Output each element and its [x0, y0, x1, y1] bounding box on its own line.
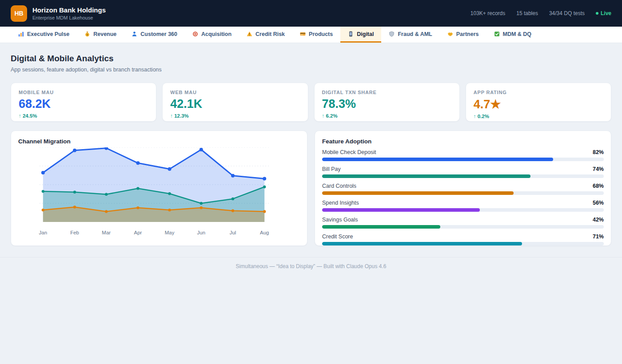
app-header: HB Horizon Bank Holdings Enterprise MDM …	[0, 0, 622, 27]
up-arrow-icon: ↑	[322, 113, 326, 119]
orange-series-point	[105, 210, 108, 213]
tab-customer-360[interactable]: Customer 360	[124, 27, 185, 43]
live-dot-icon	[596, 12, 598, 15]
tab-revenue[interactable]: $Revenue	[77, 27, 124, 43]
feature-row-card-controls: Card Controls68%	[322, 183, 604, 195]
feature-row-bill-pay: Bill Pay74%	[322, 166, 604, 178]
feature-bar-track	[322, 225, 604, 229]
feature-bar-fill	[322, 242, 522, 245]
tab-credit-risk[interactable]: Credit Risk	[239, 27, 292, 43]
page-title: Digital & Mobile Analytics	[11, 54, 611, 63]
tab-mdm-dq[interactable]: MDM & DQ	[486, 27, 539, 43]
tab-products[interactable]: Products	[292, 27, 340, 43]
feature-row-mobile-check-deposit: Mobile Check Deposit82%	[322, 149, 604, 161]
orange-series-point	[73, 206, 76, 208]
feature-row-spend-insights: Spend Insights56%	[322, 200, 604, 212]
warning-icon	[247, 31, 252, 37]
kpi-card-web-mau: WEB MAU42.1K↑ 12.3%	[162, 83, 308, 122]
tab-partners[interactable]: Partners	[440, 27, 486, 43]
handshake-icon	[447, 31, 453, 37]
kpi-card-app-rating: APP RATING4.7★↑ 0.2%	[466, 83, 611, 122]
x-axis-label: Mar	[102, 230, 111, 235]
teal-series-point	[168, 192, 171, 195]
x-axis-label: May	[165, 230, 175, 235]
feature-bar-track	[322, 242, 604, 245]
teal-series-point	[263, 186, 266, 188]
kpi-delta: ↑ 24.5%	[19, 113, 148, 119]
feature-bar-fill	[322, 225, 440, 229]
tab-label: Credit Risk	[255, 31, 285, 37]
tab-label: Executive Pulse	[27, 31, 69, 37]
feature-label: Mobile Check Deposit	[322, 149, 376, 155]
kpi-label: DIGITAL TXN SHARE	[322, 90, 452, 95]
tab-fraud-aml[interactable]: Fraud & AML	[381, 27, 439, 43]
money-bag-icon: $	[84, 31, 90, 37]
kpi-card-mobile-mau: MOBILE MAU68.2K↑ 24.5%	[11, 83, 156, 122]
feature-adoption-list: Mobile Check Deposit82%Bill Pay74%Card C…	[322, 149, 604, 245]
feature-row-savings-goals: Savings Goals42%	[322, 217, 604, 229]
x-axis-label: Aug	[260, 230, 269, 235]
orange-series-point	[263, 210, 266, 213]
blue-series-point	[136, 161, 140, 165]
kpi-label: WEB MAU	[170, 90, 300, 95]
channel-migration-chart: JanFebMarAprMayJunJulAug	[18, 147, 300, 238]
feature-bar-track	[322, 158, 604, 161]
tab-executive-pulse[interactable]: Executive Pulse	[11, 27, 77, 43]
page-subtitle: App sessions, feature adoption, digital …	[11, 67, 611, 73]
up-arrow-icon: ↑	[474, 114, 478, 119]
kpi-delta: ↑ 6.2%	[322, 113, 452, 119]
kpi-value: 68.2K	[19, 97, 148, 111]
teal-series-point	[73, 191, 76, 194]
feature-bar-fill	[322, 208, 480, 212]
teal-series-point	[200, 202, 203, 205]
feature-value: 82%	[593, 149, 604, 155]
feature-bar-track	[322, 191, 604, 195]
kpi-delta: ↑ 0.2%	[474, 114, 603, 119]
feature-bar-track	[322, 208, 604, 212]
area-chart: JanFebMarAprMayJunJulAug	[18, 147, 300, 238]
feature-row-credit-score: Credit Score71%	[322, 233, 604, 245]
feature-label: Credit Score	[322, 233, 353, 240]
orange-series-point	[136, 206, 139, 209]
live-label: Live	[601, 10, 611, 16]
feature-label: Bill Pay	[322, 166, 341, 172]
x-axis-label: Jan	[39, 230, 47, 235]
tab-digital[interactable]: Digital	[340, 27, 381, 43]
tab-label: Customer 360	[140, 31, 177, 37]
kpi-label: APP RATING	[474, 90, 603, 95]
feature-value: 42%	[593, 217, 604, 223]
feature-value: 56%	[593, 200, 604, 206]
kpi-card-digital-txn-share: DIGITAL TXN SHARE78.3%↑ 6.2%	[314, 83, 460, 122]
blue-series-point	[41, 171, 45, 174]
feature-value: 71%	[593, 233, 604, 240]
feature-label: Savings Goals	[322, 217, 358, 223]
main-content: Digital & Mobile Analytics App sessions,…	[0, 43, 622, 246]
brand-logo: HB	[11, 5, 27, 22]
blue-series-point	[73, 149, 76, 152]
person-icon	[132, 31, 137, 37]
phone-icon	[348, 31, 354, 37]
kpi-value: 42.1K	[170, 97, 300, 111]
kpi-row: MOBILE MAU68.2K↑ 24.5%WEB MAU42.1K↑ 12.3…	[11, 83, 611, 122]
x-axis-label: Jul	[230, 230, 236, 235]
check-square-icon	[494, 31, 500, 37]
tab-acquisition[interactable]: Acquisition	[185, 27, 239, 43]
teal-series-point	[42, 190, 44, 193]
x-axis-label: Feb	[70, 230, 79, 235]
orange-series-point	[231, 210, 234, 212]
kpi-delta: ↑ 12.3%	[170, 113, 300, 119]
feature-label: Spend Insights	[322, 200, 359, 206]
blue-series-point	[231, 174, 235, 178]
header-stats: 103K+ records15 tables34/34 DQ testsLive	[470, 10, 611, 16]
feature-bar-track	[322, 174, 604, 178]
orange-series-point	[168, 209, 171, 211]
kpi-label: MOBILE MAU	[19, 90, 148, 95]
feature-value: 68%	[593, 183, 604, 189]
teal-series-point	[105, 193, 108, 196]
header-stat: 15 tables	[516, 10, 538, 16]
x-axis-label: Jun	[197, 230, 205, 235]
tab-label: Partners	[456, 31, 479, 37]
tab-label: Revenue	[93, 31, 116, 37]
app-title: Horizon Bank Holdings	[32, 6, 106, 14]
feature-value: 74%	[593, 166, 604, 172]
